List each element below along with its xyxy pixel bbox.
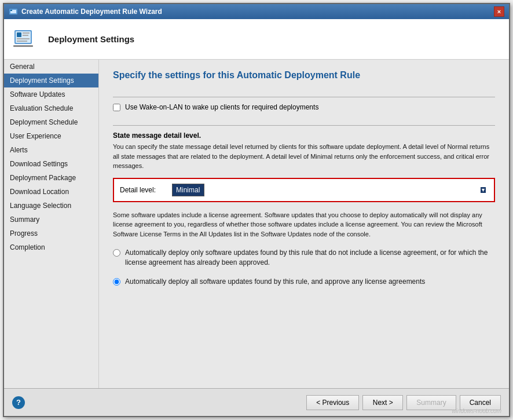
radio-label-1: Automatically deploy only software updat…: [125, 248, 495, 268]
summary-button[interactable]: Summary: [406, 395, 456, 410]
content-area: General Deployment Settings Software Upd…: [4, 60, 509, 388]
wizard-window: Create Automatic Deployment Rule Wizard …: [3, 3, 510, 417]
detail-level-row: Detail level: Minimal Normal: [120, 184, 488, 196]
divider-top: [113, 97, 495, 97]
cancel-button[interactable]: Cancel: [460, 395, 501, 410]
footer: ? < Previous Next > Summary Cancel: [4, 388, 509, 416]
wake-on-lan-checkbox[interactable]: [113, 104, 120, 111]
title-bar-left: Create Automatic Deployment Rule Wizard: [9, 7, 162, 16]
sidebar-item-completion[interactable]: Completion: [4, 240, 98, 254]
deployment-settings-icon: [12, 25, 40, 53]
title-text: Create Automatic Deployment Rule Wizard: [21, 8, 162, 16]
sidebar-item-user-experience[interactable]: User Experience: [4, 129, 98, 143]
sidebar-item-download-settings[interactable]: Download Settings: [4, 157, 98, 171]
radio-option-1: Automatically deploy only software updat…: [113, 248, 495, 268]
close-button[interactable]: ×: [494, 6, 504, 17]
sidebar-item-software-updates[interactable]: Software Updates: [4, 87, 98, 101]
header-bar: Deployment Settings: [4, 19, 509, 60]
detail-level-label: Detail level:: [120, 186, 166, 194]
sidebar-item-deployment-settings[interactable]: Deployment Settings: [4, 74, 98, 87]
sidebar-item-general[interactable]: General: [4, 60, 98, 74]
sidebar: General Deployment Settings Software Upd…: [4, 60, 99, 388]
svg-rect-5: [17, 32, 21, 37]
previous-button[interactable]: < Previous: [306, 395, 359, 410]
sidebar-item-deployment-schedule[interactable]: Deployment Schedule: [4, 115, 98, 129]
detail-level-select[interactable]: Minimal Normal: [172, 184, 204, 196]
svg-rect-2: [10, 10, 12, 11]
sidebar-item-download-location[interactable]: Download Location: [4, 185, 98, 199]
radio-all-updates[interactable]: [113, 278, 120, 286]
license-text: Some software updates include a license …: [113, 210, 495, 239]
next-button[interactable]: Next >: [362, 395, 403, 410]
sidebar-item-deployment-package[interactable]: Deployment Package: [4, 171, 98, 185]
footer-buttons: < Previous Next > Summary Cancel: [306, 395, 501, 410]
radio-option-2: Automatically deploy all software update…: [113, 277, 495, 287]
detail-level-select-wrapper: Minimal Normal: [172, 184, 488, 196]
sidebar-item-evaluation-schedule[interactable]: Evaluation Schedule: [4, 101, 98, 115]
wake-on-lan-label: Use Wake-on-LAN to wake up clients for r…: [125, 103, 318, 111]
state-message-heading: State message detail level.: [113, 132, 495, 140]
help-button[interactable]: ?: [12, 396, 25, 409]
sidebar-item-summary[interactable]: Summary: [4, 213, 98, 227]
sidebar-item-language-selection[interactable]: Language Selection: [4, 199, 98, 213]
main-title: Specify the settings for this Automatic …: [113, 70, 495, 81]
svg-rect-7: [23, 35, 28, 36]
sidebar-item-progress[interactable]: Progress: [4, 227, 98, 240]
radio-no-license[interactable]: [113, 249, 120, 257]
svg-rect-6: [23, 32, 30, 34]
wake-on-lan-row: Use Wake-on-LAN to wake up clients for r…: [113, 103, 495, 111]
radio-label-2: Automatically deploy all software update…: [125, 277, 425, 287]
main-panel: Specify the settings for this Automatic …: [99, 60, 509, 388]
state-message-desc: You can specify the state message detail…: [113, 142, 495, 171]
sidebar-item-alerts[interactable]: Alerts: [4, 143, 98, 157]
svg-rect-8: [17, 38, 30, 39]
title-bar: Create Automatic Deployment Rule Wizard …: [4, 4, 509, 19]
footer-left: ?: [12, 396, 25, 409]
header-title: Deployment Settings: [48, 34, 134, 44]
divider-middle: [113, 125, 495, 126]
detail-level-box: Detail level: Minimal Normal: [113, 178, 495, 202]
wizard-title-icon: [9, 7, 18, 16]
svg-rect-10: [13, 45, 33, 47]
svg-rect-9: [17, 41, 27, 42]
